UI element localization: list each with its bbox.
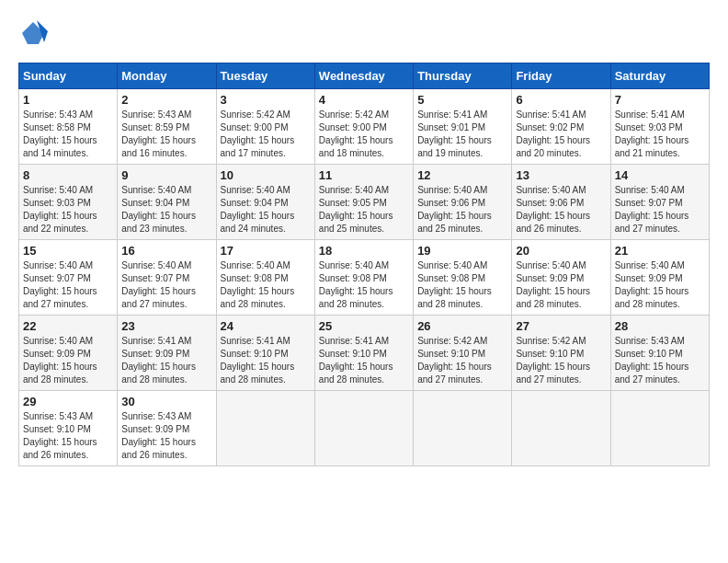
- day-info: Sunrise: 5:41 AM Sunset: 9:09 PM Dayligh…: [121, 335, 211, 386]
- calendar-cell: 13 Sunrise: 5:40 AM Sunset: 9:06 PM Dayl…: [512, 165, 610, 240]
- week-row-3: 15 Sunrise: 5:40 AM Sunset: 9:07 PM Dayl…: [19, 240, 710, 316]
- header-wednesday: Wednesday: [314, 63, 413, 89]
- week-row-5: 29 Sunrise: 5:43 AM Sunset: 9:10 PM Dayl…: [19, 391, 710, 466]
- day-number: 15: [23, 244, 113, 258]
- calendar-cell: 12 Sunrise: 5:40 AM Sunset: 9:06 PM Dayl…: [414, 165, 512, 240]
- day-info: Sunrise: 5:40 AM Sunset: 9:07 PM Dayligh…: [615, 184, 705, 236]
- day-info: Sunrise: 5:41 AM Sunset: 9:10 PM Dayligh…: [221, 335, 311, 386]
- day-info: Sunrise: 5:40 AM Sunset: 9:08 PM Dayligh…: [319, 259, 409, 311]
- day-number: 6: [516, 93, 606, 107]
- day-number: 21: [615, 244, 705, 258]
- calendar-cell: [414, 391, 512, 466]
- calendar-cell: 14 Sunrise: 5:40 AM Sunset: 9:07 PM Dayl…: [610, 165, 709, 240]
- day-number: 4: [319, 93, 409, 107]
- day-info: Sunrise: 5:40 AM Sunset: 9:07 PM Dayligh…: [121, 259, 211, 311]
- calendar-cell: 6 Sunrise: 5:41 AM Sunset: 9:02 PM Dayli…: [512, 89, 610, 165]
- day-info: Sunrise: 5:42 AM Sunset: 9:00 PM Dayligh…: [319, 109, 409, 160]
- header-thursday: Thursday: [414, 63, 512, 89]
- day-number: 28: [615, 319, 705, 333]
- day-info: Sunrise: 5:42 AM Sunset: 9:10 PM Dayligh…: [417, 335, 507, 386]
- calendar-cell: 30 Sunrise: 5:43 AM Sunset: 9:09 PM Dayl…: [118, 391, 216, 466]
- calendar-cell: 16 Sunrise: 5:40 AM Sunset: 9:07 PM Dayl…: [118, 240, 216, 316]
- calendar-cell: 8 Sunrise: 5:40 AM Sunset: 9:03 PM Dayli…: [19, 165, 118, 240]
- day-number: 11: [319, 168, 409, 182]
- calendar-cell: 11 Sunrise: 5:40 AM Sunset: 9:05 PM Dayl…: [314, 165, 413, 240]
- day-info: Sunrise: 5:41 AM Sunset: 9:10 PM Dayligh…: [319, 335, 409, 386]
- day-info: Sunrise: 5:40 AM Sunset: 9:09 PM Dayligh…: [615, 259, 705, 311]
- calendar-cell: [314, 391, 413, 466]
- day-number: 17: [221, 244, 311, 258]
- calendar-cell: [216, 391, 314, 466]
- day-number: 1: [23, 93, 113, 107]
- day-info: Sunrise: 5:41 AM Sunset: 9:01 PM Dayligh…: [417, 109, 507, 160]
- day-info: Sunrise: 5:43 AM Sunset: 9:10 PM Dayligh…: [23, 410, 113, 462]
- day-number: 19: [417, 244, 507, 258]
- day-number: 12: [417, 168, 507, 182]
- calendar-cell: 28 Sunrise: 5:43 AM Sunset: 9:10 PM Dayl…: [610, 316, 709, 391]
- header-tuesday: Tuesday: [216, 63, 314, 89]
- calendar-cell: 21 Sunrise: 5:40 AM Sunset: 9:09 PM Dayl…: [610, 240, 709, 316]
- day-number: 5: [417, 93, 507, 107]
- day-info: Sunrise: 5:43 AM Sunset: 8:58 PM Dayligh…: [23, 109, 113, 160]
- logo: [18, 18, 51, 48]
- calendar-cell: 4 Sunrise: 5:42 AM Sunset: 9:00 PM Dayli…: [314, 89, 413, 165]
- calendar-cell: 7 Sunrise: 5:41 AM Sunset: 9:03 PM Dayli…: [610, 89, 709, 165]
- calendar-cell: 26 Sunrise: 5:42 AM Sunset: 9:10 PM Dayl…: [414, 316, 512, 391]
- day-info: Sunrise: 5:40 AM Sunset: 9:08 PM Dayligh…: [417, 259, 507, 311]
- day-info: Sunrise: 5:41 AM Sunset: 9:02 PM Dayligh…: [516, 109, 606, 160]
- day-number: 27: [516, 319, 606, 333]
- day-number: 30: [121, 395, 211, 408]
- logo-icon: [18, 18, 48, 48]
- day-info: Sunrise: 5:40 AM Sunset: 9:05 PM Dayligh…: [319, 184, 409, 236]
- day-number: 29: [23, 395, 113, 408]
- calendar-table: SundayMondayTuesdayWednesdayThursdayFrid…: [18, 63, 710, 466]
- day-number: 7: [615, 93, 705, 107]
- week-row-2: 8 Sunrise: 5:40 AM Sunset: 9:03 PM Dayli…: [19, 165, 710, 240]
- calendar-cell: 27 Sunrise: 5:42 AM Sunset: 9:10 PM Dayl…: [512, 316, 610, 391]
- day-info: Sunrise: 5:40 AM Sunset: 9:04 PM Dayligh…: [121, 184, 211, 236]
- day-info: Sunrise: 5:40 AM Sunset: 9:04 PM Dayligh…: [221, 184, 311, 236]
- day-info: Sunrise: 5:40 AM Sunset: 9:07 PM Dayligh…: [23, 259, 113, 311]
- calendar-cell: 23 Sunrise: 5:41 AM Sunset: 9:09 PM Dayl…: [118, 316, 216, 391]
- day-number: 14: [615, 168, 705, 182]
- header-saturday: Saturday: [610, 63, 709, 89]
- day-info: Sunrise: 5:40 AM Sunset: 9:09 PM Dayligh…: [23, 335, 113, 386]
- day-info: Sunrise: 5:41 AM Sunset: 9:03 PM Dayligh…: [615, 109, 705, 160]
- day-number: 24: [221, 319, 311, 333]
- calendar-cell: 10 Sunrise: 5:40 AM Sunset: 9:04 PM Dayl…: [216, 165, 314, 240]
- day-number: 20: [516, 244, 606, 258]
- day-info: Sunrise: 5:42 AM Sunset: 9:00 PM Dayligh…: [221, 109, 311, 160]
- calendar-cell: [512, 391, 610, 466]
- calendar-cell: 18 Sunrise: 5:40 AM Sunset: 9:08 PM Dayl…: [314, 240, 413, 316]
- day-info: Sunrise: 5:40 AM Sunset: 9:03 PM Dayligh…: [23, 184, 113, 236]
- day-number: 25: [319, 319, 409, 333]
- page-header: [18, 18, 710, 48]
- day-number: 13: [516, 168, 606, 182]
- day-number: 8: [23, 168, 113, 182]
- day-number: 22: [23, 319, 113, 333]
- day-info: Sunrise: 5:42 AM Sunset: 9:10 PM Dayligh…: [516, 335, 606, 386]
- calendar-cell: 3 Sunrise: 5:42 AM Sunset: 9:00 PM Dayli…: [216, 89, 314, 165]
- calendar-cell: 17 Sunrise: 5:40 AM Sunset: 9:08 PM Dayl…: [216, 240, 314, 316]
- week-row-1: 1 Sunrise: 5:43 AM Sunset: 8:58 PM Dayli…: [19, 89, 710, 165]
- day-number: 3: [221, 93, 311, 107]
- day-info: Sunrise: 5:43 AM Sunset: 9:09 PM Dayligh…: [121, 410, 211, 462]
- day-number: 9: [121, 168, 211, 182]
- day-info: Sunrise: 5:40 AM Sunset: 9:09 PM Dayligh…: [516, 259, 606, 311]
- calendar-cell: 24 Sunrise: 5:41 AM Sunset: 9:10 PM Dayl…: [216, 316, 314, 391]
- header-sunday: Sunday: [19, 63, 118, 89]
- calendar-cell: 2 Sunrise: 5:43 AM Sunset: 8:59 PM Dayli…: [118, 89, 216, 165]
- day-number: 18: [319, 244, 409, 258]
- header-friday: Friday: [512, 63, 610, 89]
- calendar-cell: 25 Sunrise: 5:41 AM Sunset: 9:10 PM Dayl…: [314, 316, 413, 391]
- day-number: 23: [121, 319, 211, 333]
- day-info: Sunrise: 5:43 AM Sunset: 8:59 PM Dayligh…: [121, 109, 211, 160]
- header-monday: Monday: [118, 63, 216, 89]
- calendar-cell: 22 Sunrise: 5:40 AM Sunset: 9:09 PM Dayl…: [19, 316, 118, 391]
- calendar-cell: 20 Sunrise: 5:40 AM Sunset: 9:09 PM Dayl…: [512, 240, 610, 316]
- header-row: SundayMondayTuesdayWednesdayThursdayFrid…: [19, 63, 710, 89]
- calendar-cell: 9 Sunrise: 5:40 AM Sunset: 9:04 PM Dayli…: [118, 165, 216, 240]
- day-info: Sunrise: 5:43 AM Sunset: 9:10 PM Dayligh…: [615, 335, 705, 386]
- calendar-cell: 1 Sunrise: 5:43 AM Sunset: 8:58 PM Dayli…: [19, 89, 118, 165]
- day-info: Sunrise: 5:40 AM Sunset: 9:08 PM Dayligh…: [221, 259, 311, 311]
